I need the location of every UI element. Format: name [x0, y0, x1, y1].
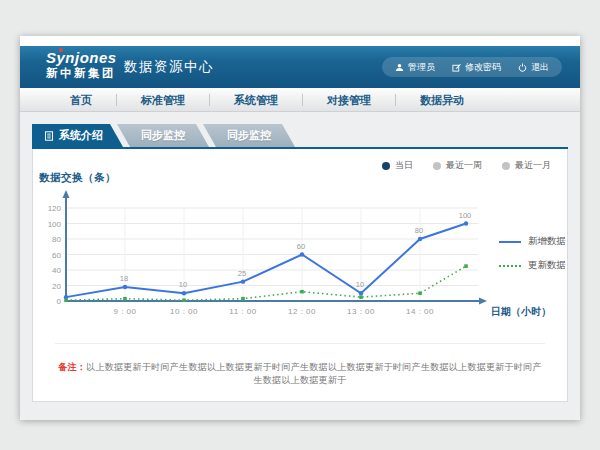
person-icon — [395, 63, 404, 72]
nav-item-data-change[interactable]: 数据异动 — [396, 94, 488, 106]
svg-text:40: 40 — [52, 266, 61, 275]
svg-text:100: 100 — [459, 211, 472, 220]
logo-wordmark: Synjones — [46, 49, 117, 66]
svg-text:日期（小时）: 日期（小时） — [491, 306, 551, 317]
radio-today[interactable]: 当日 — [382, 159, 413, 172]
main-nav: 首页 标准管理 系统管理 对接管理 数据异动 — [20, 88, 580, 112]
footnote-prefix: 备注： — [58, 362, 86, 372]
legend-item-updated-data[interactable]: 更新数据 — [499, 259, 566, 272]
logo-primary-text: Synjones — [46, 50, 117, 67]
chart-y-axis-title: 数据交换（条） — [39, 171, 116, 185]
svg-text:20: 20 — [52, 282, 61, 291]
radio-last-week[interactable]: 最近一周 — [433, 159, 482, 172]
tab-system-intro[interactable]: 系统介绍 — [32, 124, 123, 147]
chart-legend: 新增数据 更新数据 — [499, 235, 566, 283]
time-range-filters: 当日 最近一周 最近一月 — [382, 159, 551, 172]
user-actions-pill: 管理员 修改密码 退出 — [382, 57, 562, 77]
radio-label: 最近一周 — [446, 159, 482, 172]
svg-text:10: 10 — [179, 280, 187, 289]
svg-text:11 : 00: 11 : 00 — [229, 307, 256, 316]
svg-text:18: 18 — [120, 274, 128, 283]
radio-last-month[interactable]: 最近一月 — [502, 159, 551, 172]
svg-text:12 : 00: 12 : 00 — [288, 307, 316, 316]
svg-text:0: 0 — [57, 297, 62, 306]
legend-label: 更新数据 — [528, 259, 566, 272]
radio-label: 当日 — [395, 159, 413, 172]
logo-secondary-text: 新中新集团 — [46, 67, 117, 80]
radio-dot — [433, 162, 441, 170]
tab-sync-monitor-1[interactable]: 同步监控 — [117, 124, 209, 147]
svg-text:25: 25 — [238, 269, 246, 278]
svg-text:120: 120 — [48, 204, 62, 213]
svg-text:10: 10 — [356, 280, 364, 289]
nav-item-interface-mgmt[interactable]: 对接管理 — [303, 94, 396, 106]
content-area: 系统介绍 同步监控 同步监控 当日 最近一周 — [20, 112, 580, 420]
window-top-strip — [20, 36, 580, 46]
power-icon — [518, 63, 527, 72]
radio-label: 最近一月 — [515, 159, 551, 172]
nav-item-standard-mgmt[interactable]: 标准管理 — [117, 94, 210, 106]
radio-dot-selected — [382, 162, 390, 170]
tab-sync-monitor-2[interactable]: 同步监控 — [203, 124, 295, 147]
user-button[interactable]: 管理员 — [395, 61, 435, 74]
svg-text:100: 100 — [48, 220, 62, 229]
page-title: 数据资源中心 — [124, 46, 214, 88]
svg-text:80: 80 — [415, 226, 423, 235]
change-password-button[interactable]: 修改密码 — [452, 61, 501, 74]
legend-item-new-data[interactable]: 新增数据 — [499, 235, 566, 248]
nav-item-system-mgmt[interactable]: 系统管理 — [210, 94, 303, 106]
line-chart: 0204060801001209 : 0010 : 0011 : 0012 : … — [43, 189, 559, 324]
user-label: 管理员 — [408, 61, 435, 74]
svg-text:9 : 00: 9 : 00 — [113, 307, 136, 316]
logo: Synjones 新中新集团 — [46, 50, 117, 79]
svg-text:60: 60 — [52, 251, 61, 260]
legend-swatch-solid-blue — [499, 241, 521, 243]
app-header: Synjones 新中新集团 数据资源中心 管理员 修改密码 退出 — [20, 46, 580, 88]
document-icon — [44, 131, 54, 141]
change-password-label: 修改密码 — [465, 61, 501, 74]
nav-item-home[interactable]: 首页 — [46, 94, 117, 106]
tab-bar: 系统介绍 同步监控 同步监控 — [32, 124, 295, 147]
logout-button[interactable]: 退出 — [518, 61, 549, 74]
svg-text:60: 60 — [297, 242, 305, 251]
chart-panel: 当日 最近一周 最近一月 数据交换（条） 0204060801001209 : … — [32, 149, 568, 402]
svg-text:14 : 00: 14 : 00 — [406, 307, 434, 316]
tab-label: 同步监控 — [141, 124, 185, 147]
footnote-text: 以上数据更新于时间产生数据以上数据更新于时间产生数据以上数据更新于时间产生数据以… — [86, 362, 542, 385]
tab-label: 系统介绍 — [59, 124, 103, 147]
svg-text:10 : 00: 10 : 00 — [170, 307, 198, 316]
app-window: Synjones 新中新集团 数据资源中心 管理员 修改密码 退出 首页 标准管… — [20, 36, 580, 420]
svg-text:13 : 00: 13 : 00 — [347, 307, 375, 316]
svg-text:80: 80 — [52, 235, 61, 244]
radio-dot — [502, 162, 510, 170]
legend-swatch-dotted-green — [499, 265, 521, 267]
tab-label: 同步监控 — [227, 124, 271, 147]
legend-label: 新增数据 — [528, 235, 566, 248]
logout-label: 退出 — [531, 61, 549, 74]
logo-accent-dot — [59, 48, 63, 52]
footnote: 备注：以上数据更新于时间产生数据以上数据更新于时间产生数据以上数据更新于时间产生… — [55, 343, 545, 387]
edit-icon — [452, 63, 461, 72]
